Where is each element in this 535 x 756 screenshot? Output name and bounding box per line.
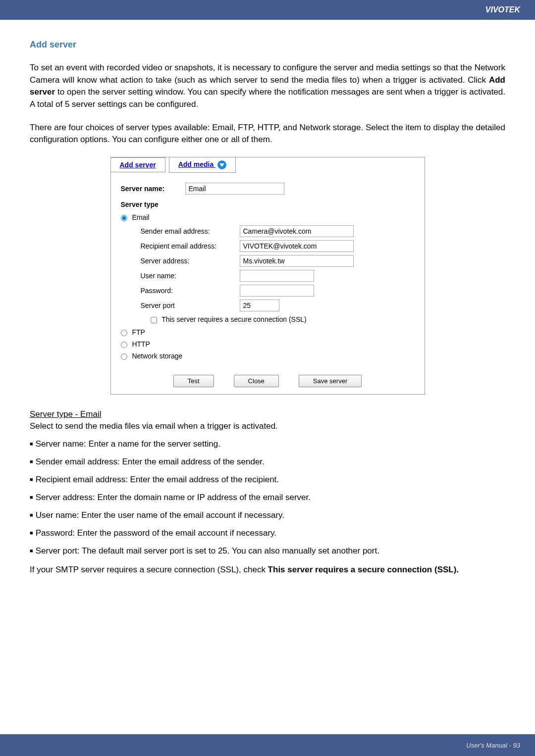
port-label: Server port [141,302,240,309]
server-name-row: Server name: [121,183,415,195]
tab-add-media-label: Add media [178,160,214,168]
bullet-item: Server address: Enter the domain name or… [30,493,505,503]
username-label: User name: [141,272,240,280]
brand-label: VIVOTEK [485,5,520,14]
intro-text-b: to open the server setting window. You c… [30,87,505,109]
radio-ftp-row: FTP [121,328,415,336]
tab-row: Add server Add media [111,157,425,173]
radio-http-label: HTTP [132,340,150,348]
ssl-row: This server requires a secure connection… [151,315,415,323]
email-fields: Sender email address: Recipient email ad… [141,225,415,323]
dialog-wrapper: Add server Add media Server name: Server… [30,157,505,395]
page-number: User's Manual - 93 [466,742,520,749]
email-subheading: Server type - Email [30,409,505,419]
server-dialog: Add server Add media Server name: Server… [110,157,425,395]
bullet-item: User name: Enter the user name of the em… [30,510,505,520]
password-label: Password: [141,287,240,295]
sender-input[interactable] [240,225,354,237]
password-input[interactable] [240,285,314,297]
form-body: Server name: Server type Email Sender em… [111,178,425,369]
sender-label: Sender email address: [141,227,240,235]
server-type-label: Server type [121,201,415,208]
radio-email-label: Email [132,213,149,221]
intro-text-a: To set an event with recorded video or s… [30,63,505,85]
footer-bar: User's Manual - 93 [0,734,535,756]
bullet-item: Server port: The default mail server por… [30,546,505,556]
test-button[interactable]: Test [173,375,214,387]
save-server-button[interactable]: Save server [299,375,362,387]
section-title: Add server [30,40,505,50]
radio-http[interactable] [121,342,127,348]
intro-paragraph-2: There are four choices of server types a… [30,122,505,146]
ssl-note-a: If your SMTP server requires a secure co… [30,565,268,574]
radio-network-storage[interactable] [121,353,127,360]
bullet-item: Sender email address: Enter the email ad… [30,457,505,467]
radio-ftp[interactable] [121,330,127,336]
radio-http-row: HTTP [121,340,415,348]
server-name-label: Server name: [121,185,185,193]
bullet-item: Recipient email address: Enter the email… [30,475,505,485]
bullet-item: Password: Enter the password of the emai… [30,528,505,538]
tab-add-media[interactable]: Add media [169,157,236,173]
tab-add-server[interactable]: Add server [110,157,165,172]
ssl-note-bold: This server requires a secure connection… [268,565,459,574]
server-name-input[interactable] [185,183,284,195]
close-button[interactable]: Close [234,375,279,387]
button-row: Test Close Save server [111,369,425,394]
username-input[interactable] [240,270,314,282]
bullet-list: Server name: Enter a name for the server… [30,439,505,556]
chevron-down-icon [217,160,226,169]
bullet-item: Server name: Enter a name for the server… [30,439,505,449]
email-desc: Select to send the media files via email… [30,421,505,431]
recipient-label: Recipient email address: [141,242,240,250]
header-bar: VIVOTEK [0,0,535,20]
server-address-input[interactable] [240,255,354,267]
page-content: Add server To set an event with recorded… [0,20,535,596]
intro-paragraph-1: To set an event with recorded video or s… [30,62,505,111]
port-input[interactable] [240,300,279,311]
ssl-checkbox[interactable] [151,317,157,323]
radio-email[interactable] [121,215,127,221]
ssl-note: If your SMTP server requires a secure co… [30,564,505,576]
radio-email-row: Email [121,213,415,221]
recipient-input[interactable] [240,240,354,252]
radio-ns-row: Network storage [121,352,415,360]
radio-ns-label: Network storage [132,352,182,360]
ssl-label: This server requires a secure connection… [161,315,307,323]
radio-ftp-label: FTP [132,328,145,336]
server-address-label: Server address: [141,257,240,265]
